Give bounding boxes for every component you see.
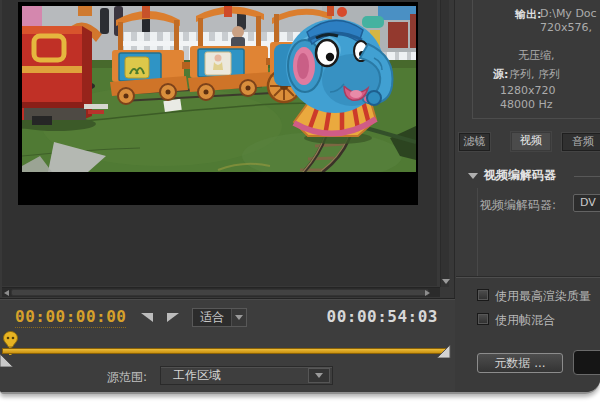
chevron-down-icon [235,315,243,320]
source-range-label: 源范围: [107,369,147,386]
max-render-quality-checkbox[interactable] [477,289,489,301]
work-area-bar[interactable] [2,348,448,354]
horizontal-scrollbar[interactable] [2,287,440,297]
source-range-dropdown-arrow[interactable] [308,368,330,383]
video-frame [18,2,418,205]
frame-blend-label: 使用帧混合 [495,312,555,329]
output-format: 720x576, [540,21,592,34]
duration-timecode: 00:00:54:03 [326,307,438,326]
preview-panel: 00:00:00:00 适合 00:00:54:03 [0,0,455,394]
settings-panel: 输出: D:\My Doc 720x576, 无压缩, 源: 序列, 序列 12… [456,0,600,394]
frame-blend-checkbox[interactable] [477,313,489,325]
source-label: 源: [493,67,508,82]
export-settings-window: 00:00:00:00 适合 00:00:54:03 [0,0,600,394]
zoom-level-value: 适合 [193,309,231,326]
output-path: D:\My Doc [540,7,597,20]
set-in-point-button[interactable] [140,312,154,323]
source-size: 1280x720 [500,84,556,97]
section-group-line [477,188,478,276]
tab-video[interactable]: 视频 [511,132,551,151]
section-rule [574,176,600,177]
source-range-select[interactable]: 工作区域 [160,366,333,385]
horizontal-scrollbar-thumb[interactable] [11,289,429,296]
source-audio: 48000 Hz [500,98,553,111]
video-preview-image [22,6,416,172]
set-out-point-button[interactable] [166,312,180,323]
max-render-quality-label: 使用最高渲染质量 [495,288,591,305]
codec-select[interactable]: DV [573,194,600,212]
scroll-left-icon[interactable] [4,290,9,296]
out-point-handle[interactable] [437,343,451,362]
scroll-down-icon[interactable] [442,279,450,284]
section-collapse-icon[interactable] [468,173,478,179]
output-label: 输出: [515,7,541,22]
current-timecode[interactable]: 00:00:00:00 [15,307,126,328]
panel-divider [456,277,600,278]
edge-cutoff-button[interactable] [573,350,600,375]
zoom-level-select[interactable]: 适合 [192,308,247,327]
chevron-down-icon [315,373,323,378]
in-point-handle[interactable] [0,352,13,371]
preview-area [2,0,437,286]
metadata-button[interactable]: 元数据 ... [477,353,563,373]
source-name: 序列, 序列 [509,67,560,82]
vertical-scrollbar[interactable] [440,0,449,287]
output-codec: 无压缩, [518,48,555,63]
tab-filters[interactable]: 滤镜 [459,133,490,151]
source-range-value: 工作区域 [161,367,308,384]
codec-section-title: 视频编解码器 [484,167,556,184]
scroll-right-icon[interactable] [425,290,430,296]
zoom-level-dropdown-arrow[interactable] [231,309,246,326]
transport-controls: 00:00:00:00 适合 00:00:54:03 [0,298,455,394]
codec-label: 视频编解码器: [480,197,556,214]
tab-audio[interactable]: 音频 [562,133,600,151]
